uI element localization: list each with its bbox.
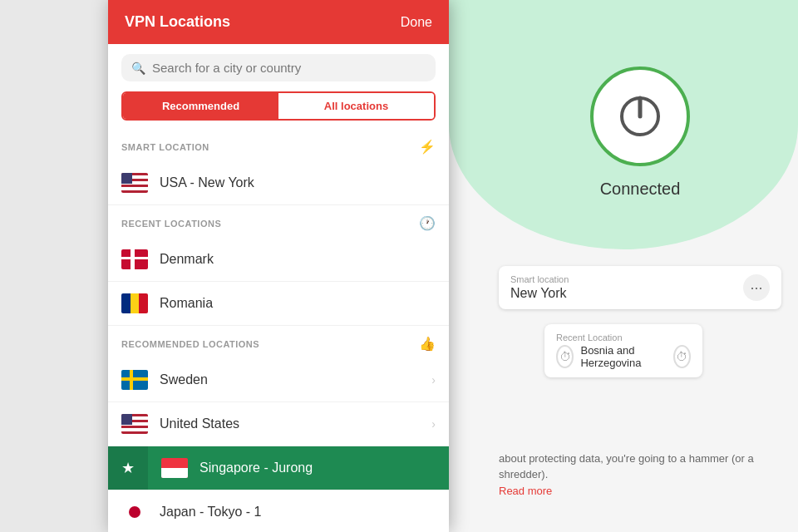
flag-singapore — [161, 458, 188, 478]
recent-location-value: Bosnia and Herzegovina — [580, 344, 666, 369]
more-options-button[interactable]: ··· — [743, 274, 770, 301]
thumbs-up-icon: 👍 — [419, 336, 436, 352]
done-button[interactable]: Done — [401, 15, 432, 30]
tabs-container: Recommended All locations — [108, 91, 449, 129]
clock-icon: ⏱ — [556, 345, 574, 368]
list-item[interactable]: Japan - Tokyo - 1 — [108, 490, 449, 532]
search-input[interactable] — [152, 61, 426, 75]
vpn-panel: VPN Locations Done 🔍 Recommended All loc… — [108, 0, 449, 532]
list-item[interactable]: Romania — [108, 282, 449, 326]
power-button-area: Connected — [590, 66, 690, 199]
clock-icon-right: ⏱ — [673, 345, 691, 368]
smart-location-label: Smart location — [510, 274, 569, 284]
bottom-description: about protecting data, you're going to a… — [499, 451, 781, 500]
location-japan: Japan - Tokyo - 1 — [160, 505, 436, 520]
list-item[interactable]: Sweden › — [108, 358, 449, 402]
list-item[interactable]: ★ Singapore - Jurong — [108, 446, 449, 490]
list-item[interactable]: Denmark — [108, 238, 449, 282]
read-more-link[interactable]: Read more — [499, 485, 552, 497]
location-denmark: Denmark — [160, 252, 436, 267]
smart-location-info: Smart location New York — [510, 274, 569, 301]
location-sweden: Sweden — [160, 372, 431, 387]
description-text: about protecting data, you're going to a… — [499, 452, 754, 481]
list-item[interactable]: United States › — [108, 402, 449, 446]
chevron-right-icon: › — [431, 373, 436, 387]
recent-location-card: Recent Location ⏱ Bosnia and Herzegovina… — [544, 324, 702, 377]
recent-location-label: Recent Location — [556, 332, 691, 342]
flag-usa — [121, 414, 148, 434]
tab-recommended[interactable]: Recommended — [123, 93, 278, 119]
smart-location-value: New York — [510, 286, 569, 301]
power-circle[interactable] — [590, 66, 690, 166]
recent-locations-section-header: RECENT LOCATIONS 🕐 — [108, 205, 449, 238]
right-panel: Connected Smart location New York ··· Re… — [449, 0, 798, 532]
search-bar[interactable]: 🔍 — [121, 54, 436, 81]
smart-location-item[interactable]: USA - New York — [108, 161, 449, 205]
clock-section-icon: 🕐 — [419, 215, 436, 231]
location-usa: United States — [160, 416, 431, 431]
location-tabs: Recommended All locations — [121, 91, 436, 121]
tab-all-locations[interactable]: All locations — [278, 93, 434, 119]
flag-sweden — [121, 370, 148, 390]
power-icon — [615, 91, 665, 141]
smart-location-title: SMART LOCATION — [121, 142, 209, 152]
flag-romania — [121, 293, 148, 313]
locations-list[interactable]: SMART LOCATION ⚡ USA - New York RECENT L… — [108, 129, 449, 532]
smart-location-card: Smart location New York ··· — [499, 266, 781, 309]
recommended-locations-title: RECOMMENDED LOCATIONS — [121, 339, 259, 349]
star-badge: ★ — [108, 446, 148, 490]
flag-japan — [121, 502, 148, 522]
chevron-right-icon: › — [431, 417, 436, 431]
smart-location-name: USA - New York — [160, 175, 436, 190]
connected-status: Connected — [600, 180, 681, 199]
flag-usa — [121, 173, 148, 193]
lightning-icon: ⚡ — [419, 139, 436, 155]
smart-location-section-header: SMART LOCATION ⚡ — [108, 129, 449, 161]
vpn-header: VPN Locations Done — [108, 0, 449, 44]
recommended-locations-section-header: RECOMMENDED LOCATIONS 👍 — [108, 326, 449, 358]
search-icon: 🔍 — [131, 62, 145, 75]
location-singapore: Singapore - Jurong — [200, 461, 436, 475]
recent-locations-title: RECENT LOCATIONS — [121, 219, 221, 229]
search-container: 🔍 — [108, 44, 449, 91]
flag-denmark — [121, 249, 148, 269]
location-romania: Romania — [160, 296, 436, 311]
panel-title: VPN Locations — [125, 13, 230, 31]
